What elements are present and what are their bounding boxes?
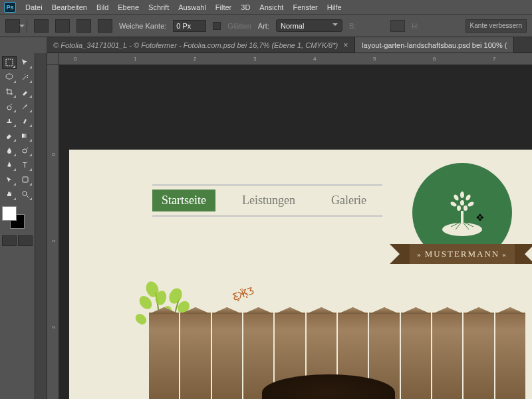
svg-point-16 (457, 205, 461, 211)
collapsed-panel-strip[interactable] (35, 53, 47, 399)
lasso-tool[interactable] (2, 70, 17, 84)
options-bar: Weiche Kante: Glätten Art: Normal B: H: … (0, 15, 532, 37)
feather-label: Weiche Kante: (119, 22, 166, 30)
menu-image[interactable]: Bild (96, 3, 108, 11)
document-tabs: © Fotolia_34171001_L - © Fotofermer - Fo… (47, 37, 532, 53)
height-label: H: (412, 22, 419, 30)
ruler-origin[interactable] (47, 53, 59, 65)
svg-point-13 (465, 194, 471, 201)
menu-layer[interactable]: Ebene (118, 3, 139, 11)
menu-window[interactable]: Fenster (293, 3, 317, 11)
quick-mask-button[interactable] (2, 235, 17, 246)
eraser-tool[interactable] (2, 129, 17, 142)
svg-point-17 (464, 205, 467, 211)
toolbox: T (0, 53, 35, 399)
svg-rect-9 (461, 211, 464, 223)
eyedropper-tool[interactable] (18, 85, 33, 98)
screen-mode-button[interactable] (18, 235, 33, 246)
magic-wand-tool[interactable] (18, 70, 33, 84)
svg-point-18 (460, 200, 464, 205)
clone-stamp-tool[interactable] (2, 114, 17, 128)
refine-edge-button[interactable]: Kante verbessern (466, 19, 527, 33)
tab-active[interactable]: layout-garten-landschaftsbau.psd bei 100… (355, 37, 514, 53)
nav-startseite: Startseite (152, 190, 215, 211)
site-logo: »MUSTERMANN« (406, 163, 519, 276)
svg-point-14 (450, 201, 458, 207)
svg-rect-6 (23, 177, 28, 182)
menu-edit[interactable]: Bearbeiten (52, 3, 87, 11)
dodge-tool[interactable] (18, 144, 33, 157)
tool-preset-picker[interactable] (5, 19, 20, 33)
menu-help[interactable]: Hilfe (327, 3, 342, 11)
move-tool[interactable] (18, 56, 33, 69)
site-nav: Startseite Leistungen Galerie (152, 190, 376, 211)
svg-point-7 (23, 192, 27, 196)
pen-tool[interactable] (2, 158, 17, 172)
ruler-vertical[interactable]: 0 1 2 (47, 65, 59, 399)
brush-tool[interactable] (18, 100, 33, 113)
svg-point-2 (7, 106, 11, 110)
color-swatches[interactable] (2, 206, 25, 229)
swap-wh-icon (390, 20, 405, 32)
foreground-color[interactable] (2, 206, 17, 221)
logo-ribbon: »MUSTERMANN« (402, 244, 523, 264)
close-icon[interactable]: × (343, 41, 348, 50)
healing-brush-tool[interactable] (2, 100, 17, 113)
svg-text:T: T (23, 161, 27, 169)
selection-mode-subtract[interactable] (76, 19, 91, 33)
menu-type[interactable]: Schrift (148, 3, 169, 11)
svg-rect-0 (6, 59, 13, 66)
style-select[interactable]: Normal (276, 19, 342, 32)
antialias-label: Glätten (227, 22, 251, 30)
svg-point-4 (23, 149, 27, 153)
menu-select[interactable]: Auswahl (178, 3, 206, 11)
svg-rect-3 (22, 134, 29, 138)
ruler-horizontal[interactable]: 0 1 2 3 4 5 6 7 (59, 53, 532, 65)
gradient-tool[interactable] (18, 129, 33, 142)
svg-point-12 (453, 194, 460, 201)
nav-leistungen: Leistungen (233, 190, 305, 211)
svg-point-1 (6, 74, 13, 79)
svg-point-15 (467, 201, 475, 207)
butterfly-graphic: Ƹ̵̡Ӝ̵̨̄Ʒ (231, 285, 255, 303)
hand-tool[interactable] (2, 188, 17, 201)
path-selection-tool[interactable] (2, 173, 17, 186)
marquee-tool[interactable] (2, 56, 17, 69)
menu-file[interactable]: Datei (25, 3, 43, 11)
zoom-tool[interactable] (18, 188, 33, 201)
canvas[interactable]: 0 1 2 3 4 5 6 7 0 1 2 Startseite Leistun… (47, 53, 532, 399)
selection-mode-new[interactable] (34, 19, 49, 33)
app-icon[interactable]: Ps (4, 2, 16, 13)
width-label: B: (349, 22, 356, 30)
selection-mode-add[interactable] (55, 19, 70, 33)
shape-tool[interactable] (18, 173, 33, 186)
type-tool[interactable]: T (18, 158, 33, 172)
menu-bar: Ps Datei Bearbeiten Bild Ebene Schrift A… (0, 0, 532, 15)
menu-view[interactable]: Ansicht (259, 3, 283, 11)
nav-galerie: Galerie (322, 190, 376, 211)
svg-point-11 (460, 192, 464, 198)
crop-tool[interactable] (2, 85, 17, 98)
blur-tool[interactable] (2, 144, 17, 157)
document-content: Startseite Leistungen Galerie (69, 150, 532, 399)
menu-3d[interactable]: 3D (241, 3, 250, 11)
style-label: Art: (258, 22, 269, 30)
tab-inactive[interactable]: © Fotolia_34171001_L - © Fotofermer - Fo… (47, 37, 355, 53)
svg-point-26 (134, 312, 149, 327)
antialias-checkbox[interactable] (213, 22, 221, 30)
selection-mode-intersect[interactable] (98, 19, 112, 33)
menu-filter[interactable]: Filter (215, 3, 231, 11)
history-brush-tool[interactable] (18, 114, 33, 128)
feather-input[interactable] (173, 20, 206, 32)
